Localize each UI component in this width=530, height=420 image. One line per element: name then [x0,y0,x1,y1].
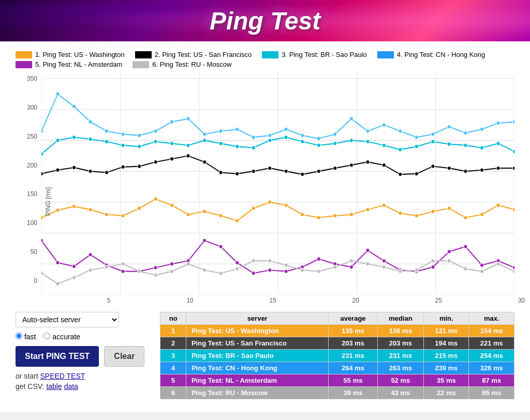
svg-point-138 [89,253,92,257]
svg-point-190 [447,259,451,263]
data-link[interactable]: data [64,382,78,391]
svg-point-49 [105,171,109,175]
svg-point-134 [512,120,514,124]
svg-point-82 [154,140,157,144]
get-csv-text: get CSV: table data [16,382,144,391]
speed-test-link[interactable]: SPEED TEST [40,372,85,380]
svg-point-37 [399,212,402,216]
radio-fast-label[interactable]: fast [16,333,36,341]
svg-point-46 [56,168,60,172]
svg-point-184 [349,259,353,263]
svg-point-121 [301,133,304,138]
svg-point-156 [382,259,386,263]
svg-point-148 [252,271,255,275]
svg-point-54 [186,154,190,158]
svg-point-180 [284,263,288,267]
svg-point-74 [512,166,514,170]
svg-point-40 [447,206,451,211]
svg-point-136 [56,261,60,265]
svg-point-179 [268,259,272,263]
svg-point-61 [301,172,304,176]
chart-area: 350300250200150100500 PING [ms] [5,72,525,295]
x-label-30: 30 [518,297,525,304]
svg-point-32 [317,216,320,220]
svg-point-165 [41,271,43,275]
svg-point-42 [480,213,483,217]
svg-point-154 [349,265,353,269]
svg-point-60 [284,169,288,173]
svg-point-119 [268,133,272,138]
table-link[interactable]: table [46,382,62,391]
svg-point-132 [480,127,483,131]
svg-point-100 [447,142,451,146]
svg-point-96 [382,143,386,147]
svg-point-130 [447,125,451,129]
y-label-50: 50 [31,248,37,256]
svg-point-104 [512,149,514,154]
y-axis-title: PING [ms] [45,187,52,216]
svg-point-122 [317,137,320,141]
legend-color-6 [132,61,149,68]
svg-point-167 [72,276,76,280]
svg-point-176 [219,271,223,275]
svg-point-86 [219,142,223,146]
svg-point-93 [333,142,337,146]
svg-point-38 [415,214,418,218]
links-row: or start SPEED TEST get CSV: table data [16,372,144,391]
svg-point-103 [496,142,500,146]
table-row: 5Ping Test: NL - Amsterdam55 ms52 ms35 m… [160,374,514,387]
svg-point-164 [512,266,514,270]
svg-point-172 [154,273,157,277]
svg-point-81 [138,145,141,149]
y-label-0: 0 [34,277,37,284]
svg-point-69 [431,164,435,169]
svg-point-83 [170,142,174,146]
radio-accurate[interactable] [43,333,50,339]
x-label-20: 20 [352,297,359,304]
svg-point-71 [464,169,467,173]
svg-point-101 [464,143,467,147]
svg-point-161 [464,245,467,249]
svg-point-142 [154,266,157,270]
svg-point-80 [121,143,125,147]
radio-accurate-label[interactable]: accurate [43,333,80,341]
svg-point-162 [480,263,483,267]
y-label-350: 350 [27,75,37,82]
svg-point-85 [203,139,207,143]
svg-point-108 [89,120,92,124]
svg-point-192 [480,269,483,274]
legend-color-2 [135,51,152,58]
server-select[interactable]: Auto-select server [16,312,119,327]
svg-point-152 [317,257,320,261]
svg-point-45 [41,172,43,176]
table-row: 2Ping Test: US - San Francisco203 ms203 … [160,337,514,350]
svg-point-171 [138,269,141,274]
svg-point-191 [464,267,467,271]
svg-point-33 [333,214,337,218]
svg-point-120 [284,127,288,131]
x-label-25: 25 [435,297,442,304]
y-axis: 350300250200150100500 [16,72,41,295]
start-ping-button[interactable]: Start PING TEST [16,346,99,367]
svg-point-41 [464,216,467,220]
svg-point-105 [41,129,43,133]
svg-point-187 [399,269,402,274]
radio-fast[interactable] [16,333,22,339]
clear-button[interactable]: Clear [104,346,144,367]
svg-point-177 [235,267,239,271]
col-header-no: no [160,312,186,325]
legend-color-5 [16,61,32,68]
svg-point-143 [170,262,174,266]
page-header: Ping Test [0,0,530,41]
svg-point-118 [252,136,255,140]
svg-point-68 [415,172,418,176]
svg-point-193 [496,262,500,266]
svg-point-31 [301,213,304,217]
y-label-200: 200 [27,162,37,169]
table-row: 1Ping Test: US - Washington135 ms136 ms1… [160,325,514,337]
svg-point-182 [317,269,320,274]
svg-point-123 [333,132,337,137]
svg-point-140 [121,269,125,274]
svg-point-175 [203,268,207,272]
svg-point-133 [496,121,500,125]
